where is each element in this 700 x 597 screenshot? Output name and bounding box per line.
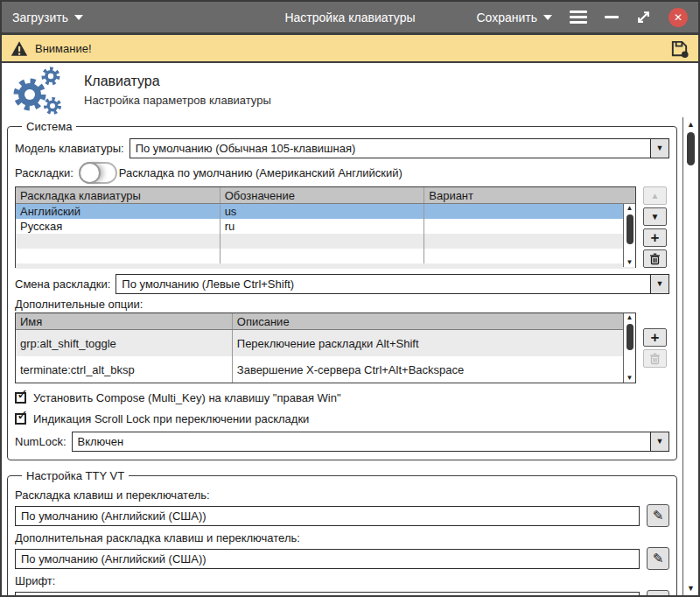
minimize-icon[interactable] <box>605 16 619 18</box>
cell-code: ru <box>220 219 425 234</box>
delete-layout-button[interactable] <box>643 249 667 268</box>
delete-option-button <box>643 349 667 368</box>
chevron-down-icon[interactable]: ▼ <box>650 432 668 451</box>
settings-window: Настройка клавиатуры Загрузить Сохранить… <box>0 0 700 597</box>
tty-layout-input[interactable] <box>15 506 640 526</box>
keyboard-model-row: Модель клавиатуры: По умолчанию (Обычная… <box>15 137 669 159</box>
scrolllock-checkbox[interactable]: ✓ <box>15 413 26 425</box>
numlock-value: Включен <box>73 432 650 451</box>
edit-tty-extra-layout-button[interactable]: ✎ <box>647 547 669 570</box>
layouts-table-header: Раскладка клавиатуры Обозначение Вариант <box>16 187 635 204</box>
table-row-option[interactable]: grp:alt_shift_toggle Переключение раскла… <box>16 330 635 356</box>
scroll-up-icon[interactable]: ▲ <box>626 204 634 213</box>
layouts-table-scrollbar[interactable]: ▲ ▼ <box>623 204 635 267</box>
keyboard-model-select[interactable]: По умолчанию (Обычная 105-клавишная) ▼ <box>130 138 669 158</box>
cell-option-desc: Переключение раскладки Alt+Shift <box>233 330 635 356</box>
checkmark-icon: ✓ <box>17 407 28 424</box>
compose-checkbox[interactable]: ✓ <box>15 392 26 404</box>
scrollbar-thumb[interactable] <box>626 324 634 350</box>
titlebar: Настройка клавиатуры Загрузить Сохранить… <box>2 2 698 35</box>
warning-icon <box>10 40 28 57</box>
cell-layout: Русская <box>16 219 220 234</box>
numlock-select[interactable]: Включен ▼ <box>72 432 669 452</box>
page-subtitle: Настройка параметров клавиатуры <box>84 94 271 107</box>
tty-extra-layout-label: Дополнительная раскладка клавиш и перекл… <box>15 531 669 544</box>
options-table: Имя Описание grp:alt_shift_toggle Перекл… <box>15 313 636 383</box>
load-menu-label: Загрузить <box>12 11 68 25</box>
expand-icon[interactable] <box>636 10 651 25</box>
tty-font-label: Шрифт: <box>15 574 669 587</box>
tty-font-input[interactable] <box>15 592 640 597</box>
table-row-empty <box>16 249 635 263</box>
column-header-name[interactable]: Имя <box>16 313 233 329</box>
cell-option-name: grp:alt_shift_toggle <box>16 330 233 356</box>
column-header-layout[interactable]: Раскладка клавиатуры <box>16 187 220 203</box>
cell-code: us <box>220 204 425 219</box>
save-menu-button[interactable]: Сохранить <box>476 11 552 25</box>
hamburger-menu-icon[interactable] <box>570 11 587 24</box>
load-menu-button[interactable]: Загрузить <box>12 11 83 25</box>
scroll-up-icon[interactable]: ▲ <box>626 313 634 322</box>
scrolllock-checkbox-row: ✓ Индикация Scroll Lock при переключении… <box>15 409 669 428</box>
save-menu-label: Сохранить <box>476 11 537 25</box>
scrollbar-thumb[interactable] <box>687 132 695 165</box>
page-title: Клавиатура <box>84 74 271 89</box>
cell-variant <box>424 219 635 234</box>
numlock-row: NumLock: Включен ▼ <box>15 430 669 453</box>
edit-tty-font-button[interactable]: ✎ <box>647 590 669 597</box>
layouts-default-hint: Раскладка по умолчанию (Американский Анг… <box>119 166 402 179</box>
main-scrollbar[interactable]: ▲ ▼ <box>683 117 698 595</box>
edit-tty-layout-button[interactable]: ✎ <box>647 504 669 527</box>
cell-layout: Английский <box>16 204 220 219</box>
options-table-header: Имя Описание <box>16 313 635 330</box>
tty-section: Настройка TTY VT Раскладка клавиш и пере… <box>7 469 677 597</box>
keyboard-model-value: По умолчанию (Обычная 105-клавишная) <box>130 139 650 158</box>
scrollbar-thumb[interactable] <box>626 214 634 244</box>
layout-switch-select[interactable]: По умолчанию (Левые Ctrl+Shift) ▼ <box>116 274 669 294</box>
move-down-button[interactable]: ▼ <box>643 207 667 226</box>
main-panel: Система Модель клавиатуры: По умолчанию … <box>2 117 683 595</box>
column-header-variant[interactable]: Вариант <box>424 187 635 203</box>
system-legend: Система <box>22 120 76 133</box>
scrolllock-checkbox-label: Индикация Scroll Lock при переключении р… <box>33 412 309 425</box>
layouts-toggle[interactable] <box>79 162 117 184</box>
chevron-down-icon[interactable]: ▼ <box>650 139 668 158</box>
layout-switch-label: Смена раскладки: <box>15 277 110 291</box>
cell-option-desc: Завершение X-сервера Ctrl+Alt+Backspace <box>233 356 635 383</box>
layouts-table: Раскладка клавиатуры Обозначение Вариант… <box>15 186 636 268</box>
tty-legend: Настройка TTY VT <box>22 469 129 482</box>
layouts-row: Раскладки: Раскладка по умолчанию (Амери… <box>15 161 669 184</box>
close-icon[interactable]: ✕ <box>668 8 688 27</box>
compose-checkbox-label: Установить Compose (Multi_Key) на клавиш… <box>33 391 341 404</box>
chevron-down-icon[interactable]: ▼ <box>650 275 668 293</box>
scroll-down-icon[interactable]: ▼ <box>626 258 634 267</box>
trash-icon <box>649 353 661 365</box>
save-file-button[interactable] <box>669 39 690 59</box>
scroll-up-icon[interactable]: ▲ <box>687 120 695 129</box>
options-table-scrollbar[interactable]: ▲ ▼ <box>623 313 635 383</box>
column-header-code[interactable]: Обозначение <box>220 187 425 203</box>
system-section: Система Модель клавиатуры: По умолчанию … <box>7 120 677 460</box>
tty-extra-layout-input[interactable] <box>15 549 640 569</box>
gears-icon <box>9 65 66 116</box>
table-row-russian[interactable]: Русская ru <box>16 219 635 234</box>
compose-checkbox-row: ✓ Установить Compose (Multi_Key) на клав… <box>15 388 669 407</box>
pencil-icon: ✎ <box>653 508 664 523</box>
table-row-empty <box>16 234 635 249</box>
checkmark-icon: ✓ <box>17 386 28 403</box>
pencil-icon: ✎ <box>653 551 664 566</box>
floppy-save-icon <box>669 39 690 59</box>
cell-variant <box>424 204 635 219</box>
column-header-description[interactable]: Описание <box>233 313 635 329</box>
chevron-down-icon <box>74 15 83 20</box>
trash-icon <box>649 253 661 265</box>
warning-text: Внимание! <box>35 42 92 55</box>
extra-options-label: Дополнительные опции: <box>15 298 669 311</box>
add-layout-button[interactable]: + <box>643 228 667 247</box>
add-option-button[interactable]: + <box>643 328 667 347</box>
scroll-down-icon[interactable]: ▼ <box>687 584 695 593</box>
tty-layout-label: Раскладка клавиш и переключатель: <box>15 488 669 502</box>
table-row-english[interactable]: Английский us <box>16 204 635 219</box>
table-row-option[interactable]: terminate:ctrl_alt_bksp Завершение X-сер… <box>16 356 635 383</box>
scroll-down-icon[interactable]: ▼ <box>626 374 634 383</box>
